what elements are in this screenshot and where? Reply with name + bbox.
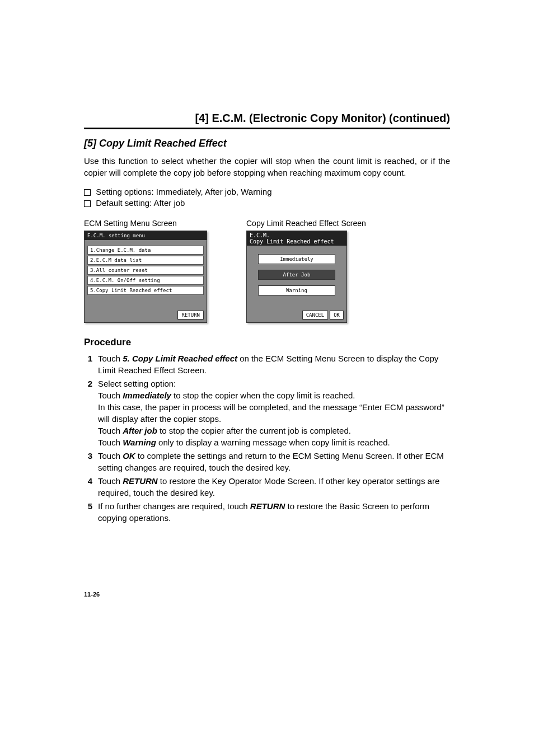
menu-item-copy-limit-reached-effect[interactable]: 5.Copy Limit Reached effect <box>87 286 204 295</box>
cancel-button[interactable]: CANCEL <box>302 311 329 320</box>
checkbox-icon <box>84 200 91 207</box>
effect-screen-subtitle: Copy Limit Reached effect <box>250 238 344 245</box>
effect-screen-title: E.C.M. <box>250 232 344 238</box>
effect-screen-block: Copy Limit Reached Effect Screen E.C.M. … <box>246 219 366 323</box>
effect-screen-label: Copy Limit Reached Effect Screen <box>246 219 366 228</box>
procedure-step: 1Touch 5. Copy Limit Reached effect on t… <box>84 353 450 376</box>
step-number: 4 <box>84 475 98 499</box>
step-text: Touch 5. Copy Limit Reached effect on th… <box>98 353 450 376</box>
step-text: Touch OK to complete the settings and re… <box>98 450 450 473</box>
menu-screen-label: ECM Setting Menu Screen <box>84 219 207 228</box>
setting-options-text: Setting options: Immediately, After job,… <box>96 187 271 196</box>
effect-bottom-buttons: CANCEL OK <box>302 311 344 320</box>
step-number: 5 <box>84 500 98 524</box>
return-button[interactable]: RETURN <box>177 311 204 320</box>
default-setting-line: Default setting: After job <box>84 198 450 208</box>
subsection-title: [5] Copy Limit Reached Effect <box>84 138 450 149</box>
default-setting-text: Default setting: After job <box>96 198 185 208</box>
step-number: 2 <box>84 378 98 448</box>
menu-item-all-counter-reset[interactable]: 3.All counter reset <box>87 266 204 275</box>
procedure-title: Procedure <box>84 337 450 348</box>
menu-item-ecm-data-list[interactable]: 2.E.C.M data list <box>87 256 204 265</box>
setting-options-line: Setting options: Immediately, After job,… <box>84 187 450 196</box>
page-number: 11-26 <box>84 591 450 598</box>
subsection-description: Use this function to select whether the … <box>84 155 450 179</box>
procedure-step: 3Touch OK to complete the settings and r… <box>84 450 450 473</box>
option-immediately[interactable]: Immediately <box>258 254 335 264</box>
step-text: Select setting option:Touch Immediately … <box>98 378 450 448</box>
effect-options-list: Immediately After Job Warning <box>247 246 346 298</box>
screens-row: ECM Setting Menu Screen E.C.M. setting m… <box>84 219 450 323</box>
menu-screen-title: E.C.M. setting menu <box>85 231 207 240</box>
menu-item-ecm-on-off-setting[interactable]: 4.E.C.M. On/Off setting <box>87 276 204 285</box>
procedure-step: 5If no further changes are required, tou… <box>84 500 450 524</box>
menu-items-list: 1.Change E.C.M. data 2.E.C.M data list 3… <box>85 240 207 299</box>
procedure-step: 4Touch RETURN to restore the Key Operato… <box>84 475 450 499</box>
checkbox-icon <box>84 189 91 196</box>
step-text: Touch RETURN to restore the Key Operator… <box>98 475 450 499</box>
copy-limit-effect-screen: E.C.M. Copy Limit Reached effect Immedia… <box>246 231 347 323</box>
menu-item-change-ecm-data[interactable]: 1.Change E.C.M. data <box>87 246 204 255</box>
section-header: [4] E.C.M. (Electronic Copy Monitor) (co… <box>84 112 450 129</box>
step-number: 1 <box>84 353 98 376</box>
option-warning[interactable]: Warning <box>258 285 335 295</box>
ecm-setting-menu-screen: E.C.M. setting menu 1.Change E.C.M. data… <box>84 231 207 323</box>
step-number: 3 <box>84 450 98 473</box>
option-after-job[interactable]: After Job <box>258 270 335 280</box>
ok-button[interactable]: OK <box>330 311 344 320</box>
procedure-list: 1Touch 5. Copy Limit Reached effect on t… <box>84 353 450 524</box>
menu-screen-block: ECM Setting Menu Screen E.C.M. setting m… <box>84 219 207 323</box>
step-text: If no further changes are required, touc… <box>98 500 450 524</box>
procedure-step: 2Select setting option:Touch Immediately… <box>84 378 450 448</box>
